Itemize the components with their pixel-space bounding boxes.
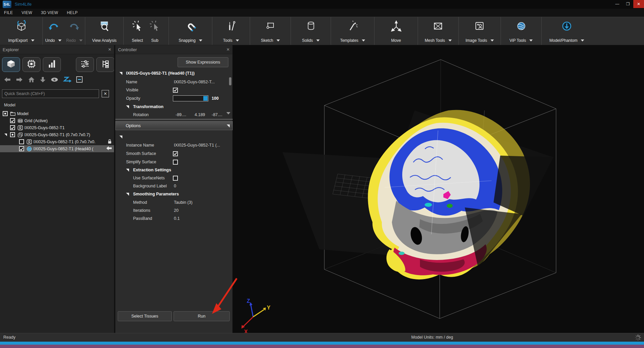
close-icon[interactable]: ✕	[226, 47, 230, 52]
image-tools-button[interactable]: Image Tools	[463, 18, 496, 44]
slider-handle[interactable]	[203, 96, 208, 101]
chevron-down-icon[interactable]	[277, 39, 280, 41]
chevron-down-icon[interactable]	[362, 39, 365, 41]
search-input[interactable]	[2, 89, 99, 98]
select-tissues-button[interactable]: Select Tissues	[118, 311, 172, 321]
chevron-down-icon[interactable]	[529, 39, 533, 41]
tree-row-resampled[interactable]: IXI025-Guys-0852-T1 (0.7x0.7x0.7)	[0, 131, 114, 138]
tree-row-image-t1[interactable]: IXI025-Guys-0852-T1	[0, 124, 114, 131]
instance-name-value[interactable]: IXI025-Guys-0852-T1 (...	[174, 143, 220, 148]
show-expressions-button[interactable]: Show Expressions	[178, 57, 228, 67]
use-surfacenets-checkbox[interactable]	[173, 176, 178, 181]
search-clear-button[interactable]: ✕	[102, 90, 109, 97]
checkbox-checked[interactable]	[10, 118, 15, 123]
section-triangle-icon[interactable]	[126, 193, 129, 196]
templates-button[interactable]: Templates	[338, 18, 367, 44]
model-phantom-button[interactable]: Model/Phantom	[547, 18, 586, 44]
checkbox-checked[interactable]	[19, 146, 24, 151]
tree-label: IXI025-Guys-0852-T1 (0.7x0.7x0.7)	[24, 133, 90, 137]
section-triangle-icon[interactable]	[227, 124, 230, 127]
smoothing-parameters-row[interactable]: Smoothing Parameters	[115, 190, 233, 198]
tools-button[interactable]: Tools	[221, 18, 241, 44]
close-icon[interactable]: ✕	[108, 47, 111, 52]
chevron-down-icon[interactable]	[31, 39, 34, 41]
imp-export-button[interactable]: Imp/Export	[6, 18, 36, 44]
menu-3d-view[interactable]: 3D VIEW	[41, 10, 58, 15]
snapping-button[interactable]: Snapping	[177, 18, 204, 44]
expander-icon[interactable]	[4, 134, 7, 136]
redo-button[interactable]: Redo	[64, 18, 85, 44]
move-button[interactable]: Move	[388, 18, 405, 44]
section-triangle-icon[interactable]	[119, 136, 122, 139]
tree-row-head40[interactable]: IXI025-Guys-0852-T1 (Head40 (	[0, 145, 114, 152]
sliders-icon	[80, 59, 90, 70]
select-button[interactable]: Select	[129, 18, 146, 44]
chevron-down-icon[interactable]	[448, 39, 452, 41]
method-value[interactable]: Taubin (3)	[174, 200, 193, 205]
section-triangle-icon[interactable]	[119, 72, 122, 75]
checkbox-partial[interactable]	[3, 111, 8, 116]
forward-icon[interactable]	[15, 76, 23, 85]
run-button[interactable]: Run	[174, 311, 230, 321]
sub-select-button[interactable]: Sub	[146, 18, 163, 44]
opacity-slider[interactable]	[173, 95, 208, 101]
tree-row-model[interactable]: Model	[0, 110, 114, 117]
rotation-z-value[interactable]: -87....	[212, 112, 222, 117]
collapse-all-icon[interactable]	[76, 76, 84, 85]
tree-row-locked[interactable]: IXI025-Guys-0852-T1 (0.7x0.7x0.	[0, 138, 114, 145]
back-arrow-icon[interactable]	[106, 146, 112, 152]
chevron-down-icon[interactable]	[236, 39, 239, 41]
rotation-y-value[interactable]: 4.189	[195, 112, 205, 117]
smooth-surface-checkbox[interactable]	[173, 151, 178, 156]
solids-button[interactable]: Solids	[300, 18, 322, 44]
options-header[interactable]: Options	[115, 121, 233, 130]
menu-file[interactable]: FILE	[4, 10, 13, 15]
tab-model[interactable]	[2, 57, 20, 72]
scrollbar-thumb[interactable]	[229, 77, 231, 85]
extraction-settings-row[interactable]: Extraction Settings	[115, 166, 233, 174]
tab-analysis[interactable]	[43, 57, 61, 72]
chevron-down-icon[interactable]	[316, 39, 320, 41]
checkbox-partial[interactable]	[10, 132, 15, 137]
simplify-surface-checkbox[interactable]	[173, 160, 178, 165]
view-analysis-button[interactable]: View Analysis	[90, 18, 118, 44]
mesh-tools-button[interactable]: Mesh Tools	[423, 18, 453, 44]
checkbox-checked[interactable]	[10, 125, 15, 130]
menu-view[interactable]: VIEW	[22, 10, 32, 15]
z-order-icon[interactable]	[63, 76, 72, 85]
maximize-button[interactable]: ❐	[623, 0, 633, 8]
vip-tools-button[interactable]: ViP Tools	[508, 18, 535, 44]
chevron-down-icon[interactable]	[199, 39, 202, 41]
3d-viewport[interactable]: Z Y X	[233, 45, 644, 333]
section-triangle-icon[interactable]	[126, 105, 129, 108]
home-icon[interactable]	[27, 76, 35, 85]
minimize-button[interactable]: —	[612, 0, 623, 8]
chevron-down-icon[interactable]	[58, 39, 62, 41]
iterations-row: Iterations 20	[115, 206, 233, 214]
name-value[interactable]: IXI025-Guys-0852-T...	[174, 80, 215, 84]
close-button[interactable]: ✕	[633, 0, 644, 8]
back-icon[interactable]	[3, 76, 11, 85]
iterations-value[interactable]: 20	[174, 208, 179, 213]
tab-hierarchy[interactable]	[96, 57, 114, 72]
menu-help[interactable]: HELP	[67, 10, 78, 15]
object-title-row[interactable]: IXI025-Guys-0852-T1 (Head40 (T1))	[115, 69, 233, 77]
sketch-button[interactable]: Sketch	[259, 18, 282, 44]
chevron-down-icon[interactable]	[581, 39, 584, 41]
chevron-down-icon[interactable]	[226, 112, 230, 114]
eye-icon[interactable]	[50, 76, 59, 85]
passband-value[interactable]: 0.1	[174, 216, 180, 221]
tree-row-grid[interactable]: Grid (Active)	[0, 117, 114, 124]
background-label-value[interactable]: 0	[174, 184, 176, 188]
chevron-down-icon[interactable]	[491, 39, 494, 41]
checkbox-unchecked[interactable]	[19, 139, 24, 144]
undo-button[interactable]: Undo	[43, 18, 64, 44]
transformation-row[interactable]: Transformation	[115, 103, 233, 111]
visible-checkbox[interactable]	[173, 88, 178, 93]
rotation-x-value[interactable]: -89....	[176, 112, 186, 117]
tab-properties[interactable]	[76, 57, 94, 72]
section-triangle-icon[interactable]	[126, 169, 129, 172]
tab-simulation[interactable]	[22, 57, 40, 72]
down-arrow-icon[interactable]	[39, 76, 46, 85]
options-expander-row[interactable]	[115, 133, 233, 141]
